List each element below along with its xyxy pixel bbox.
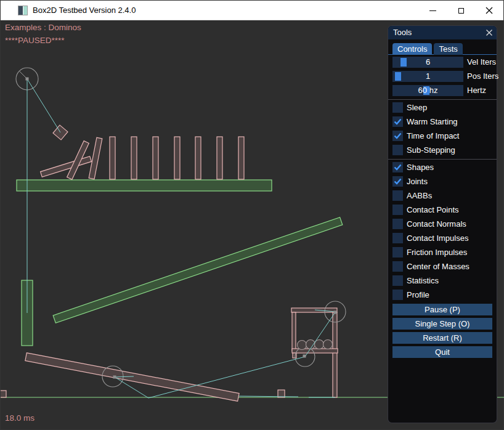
app-icon (18, 6, 28, 15)
vel-iters-slider[interactable]: 6 (392, 57, 463, 68)
joint-anchor (113, 376, 116, 379)
checkbox[interactable] (392, 233, 403, 243)
slider-row: 6Vel Iters (392, 57, 492, 68)
action-buttons: Pause (P)Single Step (O)Restart (R)Quit (392, 304, 492, 358)
checkbox-label: Center of Masses (407, 261, 469, 272)
checkbox-label: Time of Impact (407, 131, 459, 141)
joint-line (239, 396, 298, 397)
checkbox-label: Profile (407, 290, 429, 300)
checkbox-row-aabbs[interactable]: AABBs (392, 190, 492, 201)
checkbox[interactable] (392, 145, 403, 155)
dynamic-body (110, 137, 115, 179)
slider-row: 1Pos Iters (392, 71, 492, 82)
slider-label: Pos Iters (467, 71, 498, 82)
dynamic-body (174, 137, 180, 179)
joint-line (27, 79, 60, 132)
simulation-canvas[interactable]: Examples : Dominos ****PAUSED**** 18.0 m… (1, 20, 503, 429)
check-icon (392, 116, 403, 127)
tools-panel: Tools ControlsTests 6Vel Iters1Pos Iters… (388, 25, 497, 423)
app-window: Box2D Testbed Version 2.4.0 Examples : D… (0, 0, 504, 430)
checkbox[interactable] (392, 275, 403, 286)
checkbox-row-time-of-impact[interactable]: Time of Impact (392, 131, 492, 141)
dynamic-body (292, 312, 296, 351)
hertz-slider[interactable]: 60 hz (392, 85, 463, 96)
checkbox[interactable] (392, 190, 403, 201)
dynamic-body (25, 353, 239, 402)
checkbox[interactable] (392, 116, 403, 127)
dynamic-body (217, 137, 222, 179)
quit-button[interactable]: Quit (392, 346, 492, 358)
checkbox-row-joints[interactable]: Joints (392, 176, 492, 187)
checkbox-label: Warm Starting (407, 116, 458, 127)
checkbox-row-friction-impulses[interactable]: Friction Impulses (392, 247, 492, 258)
checkbox-row-profile[interactable]: Profile (392, 290, 492, 300)
pos-iters-slider[interactable]: 1 (392, 71, 463, 82)
slider-label: Hertz (467, 85, 486, 96)
draw-option-checkboxes: ShapesJointsAABBsContact PointsContact N… (392, 162, 492, 300)
checkbox[interactable] (392, 131, 403, 141)
checkbox-label: Joints (407, 176, 428, 187)
checkbox[interactable] (392, 205, 403, 215)
tools-panel-title: Tools (393, 26, 412, 39)
dynamic-body (333, 312, 337, 397)
checkbox-row-center-of-masses[interactable]: Center of Masses (392, 261, 492, 272)
slider-row: 60 hzHertz (392, 85, 492, 96)
joint-anchor (26, 78, 29, 81)
dynamic-body (1, 391, 6, 397)
checkbox-label: AABBs (407, 190, 432, 201)
joint-anchor (334, 311, 337, 314)
checkbox-label: Sub-Stepping (407, 145, 455, 155)
dynamic-body (131, 137, 137, 179)
minimize-button[interactable] (418, 1, 447, 20)
checkbox[interactable] (392, 176, 403, 187)
checkbox-row-sleep[interactable]: Sleep (392, 102, 492, 113)
check-icon (392, 131, 403, 141)
separator (388, 159, 497, 160)
tools-panel-titlebar[interactable]: Tools (388, 26, 497, 39)
slider-value: 1 (392, 71, 463, 82)
checkbox-row-warm-starting[interactable]: Warm Starting (392, 116, 492, 127)
close-button[interactable] (475, 1, 503, 20)
pause-p-button[interactable]: Pause (P) (392, 304, 492, 315)
slider-label: Vel Iters (467, 57, 496, 68)
checkbox-row-statistics[interactable]: Statistics (392, 275, 492, 286)
close-icon (486, 7, 493, 14)
checkbox-row-contact-impulses[interactable]: Contact Impulses (392, 233, 492, 243)
sim-option-checkboxes: SleepWarm StartingTime of ImpactSub-Step… (392, 102, 492, 155)
dynamic-body (153, 137, 158, 179)
tools-close-icon[interactable] (486, 29, 493, 36)
checkbox-label: Friction Impulses (407, 247, 467, 258)
checkbox-row-shapes[interactable]: Shapes (392, 162, 492, 172)
checkbox[interactable] (392, 290, 403, 300)
ball-body (306, 340, 315, 349)
checkbox-label: Contact Normals (407, 219, 466, 229)
checkbox-label: Contact Impulses (407, 233, 468, 243)
frame-time-label: 18.0 ms (5, 413, 35, 423)
static-body (17, 180, 272, 191)
ball-body (323, 340, 333, 349)
dynamic-body (195, 137, 201, 179)
restart-r-button[interactable]: Restart (R) (392, 332, 492, 344)
tab-tests[interactable]: Tests (434, 43, 462, 55)
checkbox[interactable] (392, 261, 403, 272)
checkbox-row-sub-stepping[interactable]: Sub-Stepping (392, 145, 492, 155)
check-icon (392, 162, 403, 172)
checkbox-row-contact-points[interactable]: Contact Points (392, 205, 492, 215)
paused-label: ****PAUSED**** (5, 36, 65, 45)
dynamic-body (238, 137, 244, 179)
tab-controls[interactable]: Controls (392, 43, 432, 55)
maximize-button[interactable] (447, 1, 475, 20)
dynamic-body (291, 308, 337, 312)
checkbox-label: Sleep (407, 102, 427, 113)
checkbox[interactable] (392, 162, 403, 172)
checkbox[interactable] (392, 247, 403, 258)
dynamic-body (41, 156, 92, 177)
checkbox-label: Statistics (407, 275, 439, 286)
window-titlebar: Box2D Testbed Version 2.4.0 (1, 1, 503, 20)
maximize-icon (458, 8, 464, 14)
checkbox[interactable] (392, 219, 403, 229)
checkbox-row-contact-normals[interactable]: Contact Normals (392, 219, 492, 229)
single-step-o-button[interactable]: Single Step (O) (392, 318, 492, 330)
checkbox[interactable] (392, 102, 403, 113)
example-label: Examples : Dominos (5, 23, 81, 32)
